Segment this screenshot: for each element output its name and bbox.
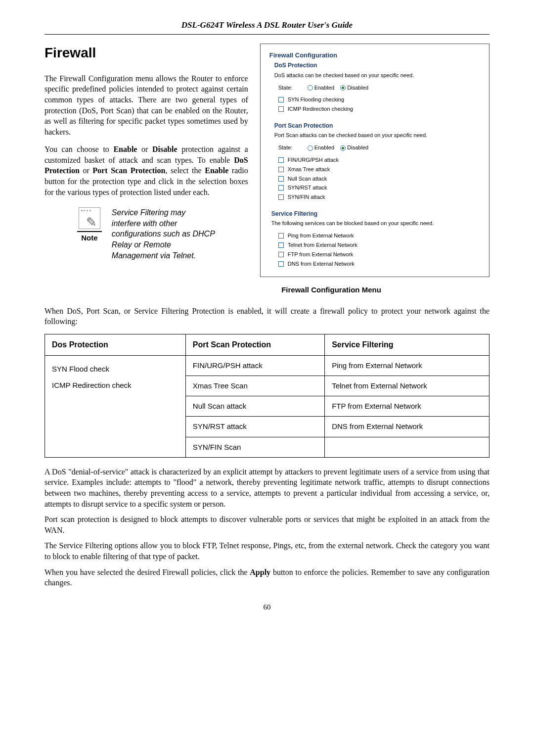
portscan-section: Port Scan Protection Port Scan attacks c…	[269, 122, 480, 201]
portscan-item: Null Scan attack	[278, 175, 480, 183]
service-item: FTP from External Network	[278, 251, 480, 258]
header-portscan: Port Scan Protection	[185, 334, 324, 355]
service-item-label: DNS from External Network	[288, 260, 355, 268]
intro-paragraph-2: You can choose to Enable or Disable prot…	[44, 144, 248, 197]
portscan-cell: Xmas Tree Scan	[185, 376, 324, 396]
portscan-item-label: Null Scan attack	[288, 175, 327, 183]
portscan-item: SYN/FIN attack	[278, 193, 480, 201]
service-cell: FTP from External Network	[325, 396, 490, 417]
portscan-title: Port Scan Protection	[274, 122, 480, 130]
service-filtering-section: Service Filtering The following services…	[269, 210, 480, 267]
portscan-item-label: SYN/FIN attack	[288, 193, 325, 201]
portscan-item: Xmas Tree attack	[278, 166, 480, 173]
dos-section: DoS Protection DoS attacks can be checke…	[269, 61, 480, 113]
xmas-tree-checkbox[interactable]	[278, 167, 284, 172]
portscan-cell: Null Scan attack	[185, 396, 324, 417]
note-label: Note	[77, 231, 102, 243]
page-title: Firewall	[44, 44, 248, 62]
service-item-label: Ping from External Network	[288, 232, 354, 239]
intro-paragraph-1: The Firewall Configuration menu allows t…	[44, 73, 248, 138]
portscan-enabled-radio[interactable]	[308, 145, 313, 151]
header-dos: Dos Protection	[45, 334, 186, 355]
icmp-redirection-checkbox[interactable]	[278, 106, 284, 112]
service-item: Ping from External Network	[278, 232, 480, 239]
note-text: Service Filtering may interfere with oth…	[112, 207, 216, 261]
dos-item: SYN Flooding checking	[278, 96, 480, 103]
dos-item-label: SYN Flooding checking	[288, 96, 344, 103]
service-item: Telnet from External Network	[278, 241, 480, 249]
header-service: Service Filtering	[325, 334, 490, 355]
service-cell: Telnet from External Network	[325, 376, 490, 396]
portscan-description: Port Scan attacks can be checked based o…	[274, 132, 480, 139]
dos-cell: SYN Flood check ICMP Redirection check	[45, 355, 186, 457]
header-divider	[44, 34, 490, 35]
figure-caption: Firewall Configuration Menu	[44, 285, 490, 295]
portscan-cell: FIN/URG/PSH attack	[185, 355, 324, 376]
body-paragraph-4: A DoS "denial-of-service" attack is char…	[44, 467, 490, 509]
dos-disabled-radio[interactable]	[340, 85, 346, 91]
service-filtering-title: Service Filtering	[271, 210, 480, 218]
body-paragraph-7: When you have selected the desired Firew…	[44, 567, 490, 588]
syn-fin-checkbox[interactable]	[278, 194, 284, 200]
portscan-cell: SYN/RST attack	[185, 417, 324, 437]
fin-urg-psh-checkbox[interactable]	[278, 157, 284, 163]
dos-description: DoS attacks can be checked based on your…	[274, 72, 480, 79]
table-header-row: Dos Protection Port Scan Protection Serv…	[45, 334, 490, 355]
note-callout: Note Service Filtering may interfere wit…	[72, 204, 221, 264]
portscan-item-label: SYN/RST attack	[288, 184, 327, 191]
service-filtering-description: The following services can be blocked ba…	[271, 220, 480, 227]
service-cell: Ping from External Network	[325, 355, 490, 376]
dos-enabled-radio[interactable]	[308, 85, 313, 91]
dos-item-label: ICMP Redirection checking	[288, 105, 353, 113]
left-column: Firewall The Firewall Configuration menu…	[44, 44, 248, 264]
telnet-external-checkbox[interactable]	[278, 242, 284, 248]
panel-title: Firewall Configuration	[269, 51, 480, 60]
body-paragraph-3: When DoS, Port Scan, or Service Filterin…	[44, 306, 490, 327]
portscan-state-row: State: Enabled Disabled	[278, 144, 480, 151]
dns-external-checkbox[interactable]	[278, 261, 284, 267]
state-label: State:	[278, 144, 293, 150]
portscan-item-label: Xmas Tree attack	[288, 166, 330, 173]
dos-title: DoS Protection	[274, 61, 480, 69]
state-label: State:	[278, 85, 293, 91]
dos-disabled-label: Disabled	[347, 85, 368, 91]
service-cell: DNS from External Network	[325, 417, 490, 437]
service-item-label: Telnet from External Network	[288, 241, 357, 249]
portscan-enabled-label: Enabled	[314, 144, 334, 150]
table-row: SYN Flood check ICMP Redirection check F…	[45, 355, 490, 376]
dos-state-row: State: Enabled Disabled	[278, 84, 480, 92]
service-item: DNS from External Network	[278, 260, 480, 268]
page-number: 60	[44, 602, 490, 612]
dos-item: ICMP Redirection checking	[278, 105, 480, 113]
dos-enabled-label: Enabled	[314, 85, 334, 91]
portscan-disabled-label: Disabled	[347, 144, 368, 150]
portscan-cell: SYN/FIN Scan	[185, 437, 324, 457]
syn-rst-checkbox[interactable]	[278, 185, 284, 190]
document-header: DSL-G624T Wireless A DSL Router User's G…	[44, 20, 490, 31]
note-icon	[79, 207, 100, 229]
portscan-disabled-radio[interactable]	[340, 145, 346, 151]
null-scan-checkbox[interactable]	[278, 176, 284, 182]
portscan-item: FIN/URG/PSH attack	[278, 156, 480, 164]
protection-table: Dos Protection Port Scan Protection Serv…	[44, 334, 490, 458]
body-paragraph-6: The Service Filtering options allow you …	[44, 540, 490, 562]
body-paragraph-5: Port scan protection is designed to bloc…	[44, 514, 490, 535]
portscan-item: SYN/RST attack	[278, 184, 480, 191]
ftp-external-checkbox[interactable]	[278, 252, 284, 257]
portscan-item-label: FIN/URG/PSH attack	[288, 156, 339, 164]
service-cell	[325, 437, 490, 457]
firewall-config-panel: Firewall Configuration DoS Protection Do…	[260, 44, 490, 277]
service-item-label: FTP from External Network	[288, 251, 353, 258]
syn-flooding-checkbox[interactable]	[278, 97, 284, 102]
ping-external-checkbox[interactable]	[278, 233, 284, 238]
